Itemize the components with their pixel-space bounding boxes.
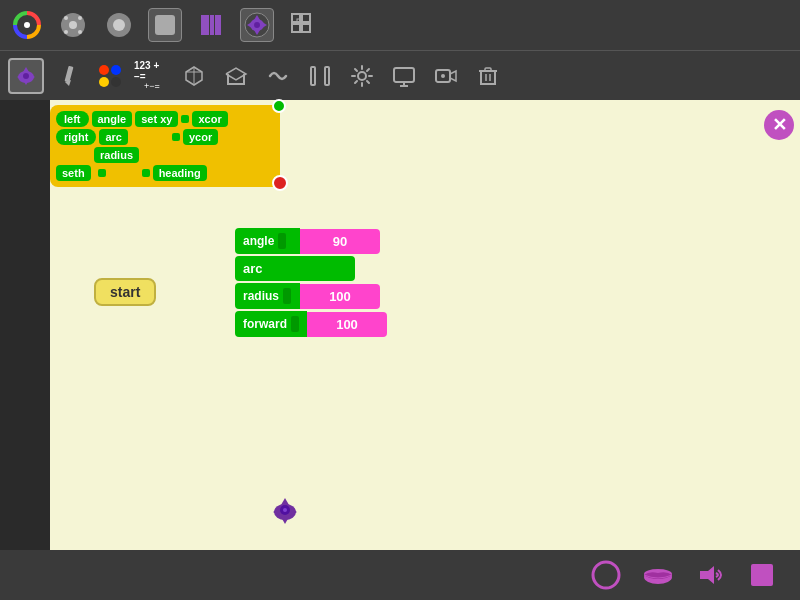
svg-rect-32 [65, 65, 74, 82]
block-row-2: right arc ycor [56, 129, 274, 145]
stop-square-bottom-icon[interactable] [744, 557, 780, 593]
presentation-icon[interactable] [386, 58, 422, 94]
connector-4 [142, 169, 150, 177]
side-panel [0, 100, 50, 598]
heading-block[interactable]: heading [153, 165, 207, 181]
color-dots-icon[interactable] [92, 58, 128, 94]
svg-point-6 [64, 30, 68, 34]
start-block[interactable]: start [94, 278, 156, 306]
svg-rect-47 [485, 68, 491, 71]
snake-icon[interactable] [260, 58, 296, 94]
svg-rect-40 [394, 68, 414, 82]
arc-row: arc [235, 256, 387, 281]
settings-icon[interactable] [344, 58, 380, 94]
svg-rect-11 [201, 15, 209, 35]
svg-point-3 [69, 21, 77, 29]
svg-rect-23 [292, 24, 300, 32]
svg-point-20 [254, 22, 260, 28]
left-block[interactable]: left [56, 111, 89, 127]
radius-value[interactable]: 100 [300, 284, 380, 309]
forward-row: forward 100 [235, 311, 387, 337]
column-icon[interactable] [302, 58, 338, 94]
box-3d-icon[interactable] [176, 58, 212, 94]
second-toolbar: 123 +−= +−= [0, 50, 800, 100]
block-row-3: radius [56, 147, 274, 163]
angle-row: angle 90 [235, 228, 387, 254]
speaker-icon[interactable] [692, 557, 728, 593]
color-wheel-icon[interactable] [10, 8, 44, 42]
number-ops-icon[interactable]: 123 +−= +−= [134, 58, 170, 94]
angle-connector [278, 233, 286, 249]
svg-point-1 [24, 22, 30, 28]
svg-marker-51 [281, 498, 289, 505]
connector-2 [172, 133, 180, 141]
camera-icon[interactable] [428, 58, 464, 94]
arc-label[interactable]: arc [235, 256, 355, 281]
circle-bottom-icon[interactable] [588, 557, 624, 593]
seth-block[interactable]: seth [56, 165, 91, 181]
connector-1 [181, 115, 189, 123]
expand-dot[interactable] [272, 99, 286, 113]
delete-dot[interactable] [272, 175, 288, 195]
canvas-turtle [265, 490, 305, 538]
svg-rect-37 [311, 67, 315, 85]
turtle-tab-icon[interactable] [8, 58, 44, 94]
yellow-block-group: left angle set xy xcor right arc ycor ra… [50, 105, 280, 187]
svg-point-56 [283, 508, 287, 512]
radius-connector [283, 288, 291, 304]
svg-point-31 [23, 73, 29, 79]
right-block[interactable]: right [56, 129, 96, 145]
svg-rect-10 [155, 15, 175, 35]
xcor-block[interactable]: xcor [192, 111, 227, 127]
record-icon[interactable] [102, 8, 136, 42]
number-label: 123 +−= [134, 60, 170, 82]
svg-rect-21 [292, 14, 300, 22]
turtle-logo-icon[interactable] [240, 8, 274, 42]
ycor-block[interactable]: ycor [183, 129, 218, 145]
svg-point-4 [64, 16, 68, 20]
svg-point-7 [78, 30, 82, 34]
block-row-1: left angle set xy xcor [56, 111, 274, 127]
trash-icon[interactable] [470, 58, 506, 94]
svg-rect-38 [325, 67, 329, 85]
grid-icon[interactable] [286, 8, 320, 42]
stop-icon[interactable] [148, 8, 182, 42]
top-toolbar [0, 0, 800, 50]
box-open-icon[interactable] [218, 58, 254, 94]
svg-rect-12 [210, 15, 214, 35]
connector-3 [98, 169, 106, 177]
angle-value[interactable]: 90 [300, 229, 380, 254]
svg-point-39 [358, 72, 366, 80]
palette-icon[interactable] [194, 8, 228, 42]
angle-label[interactable]: angle [235, 228, 300, 254]
code-blocks-group: angle 90 arc radius 100 forward 100 [235, 228, 387, 339]
svg-rect-13 [215, 15, 221, 35]
svg-rect-24 [302, 24, 310, 32]
svg-point-45 [441, 74, 445, 78]
forward-label[interactable]: forward [235, 311, 307, 337]
svg-rect-22 [302, 14, 310, 22]
radius-row: radius 100 [235, 283, 387, 309]
close-button[interactable]: ✕ [764, 110, 794, 140]
lips-icon[interactable] [640, 557, 676, 593]
radius-block[interactable]: radius [94, 147, 139, 163]
angle-block-1[interactable]: angle [92, 111, 133, 127]
svg-point-9 [113, 19, 125, 31]
setxy-block[interactable]: set xy [135, 111, 178, 127]
svg-point-57 [593, 562, 619, 588]
svg-marker-27 [23, 67, 29, 72]
pencil-icon[interactable] [50, 58, 86, 94]
svg-marker-53 [281, 517, 289, 524]
radius-label[interactable]: radius [235, 283, 300, 309]
block-row-4: seth heading [56, 165, 274, 181]
main-canvas[interactable]: left angle set xy xcor right arc ycor ra… [50, 100, 800, 598]
forward-value[interactable]: 100 [307, 312, 387, 337]
film-icon[interactable] [56, 8, 90, 42]
arc-block[interactable]: arc [99, 129, 128, 145]
svg-rect-61 [751, 564, 773, 586]
svg-marker-60 [700, 566, 714, 584]
bottom-toolbar [0, 550, 800, 600]
forward-connector [291, 316, 299, 332]
svg-point-5 [78, 16, 82, 20]
